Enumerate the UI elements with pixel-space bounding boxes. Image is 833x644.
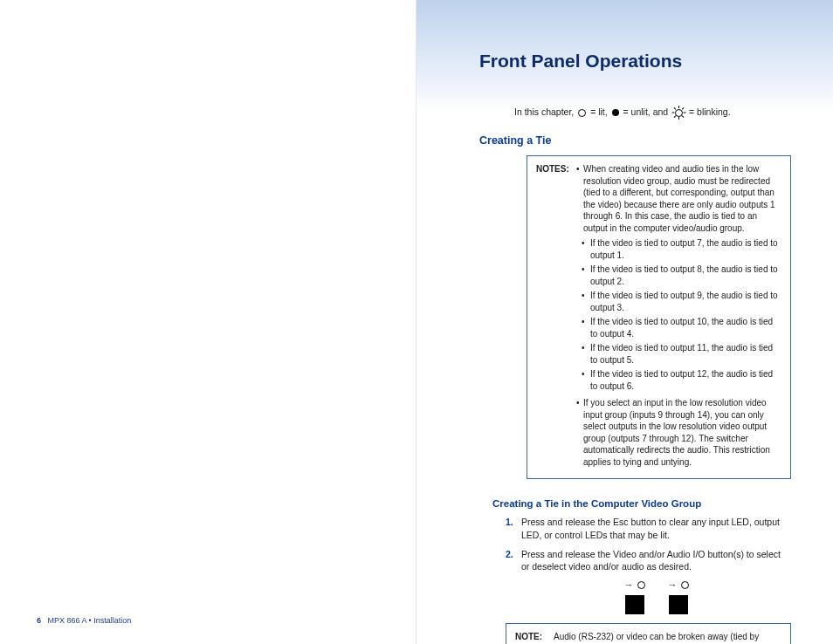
- list-item: If the video is tied to output 11, the a…: [582, 342, 781, 366]
- notes-label-1: NOTES:: [536, 163, 569, 175]
- video-button-group: →: [624, 579, 645, 614]
- lit-icon: [578, 109, 586, 117]
- video-button-icon: [625, 595, 644, 614]
- notes-body-2: Audio (RS-232) or video can be broken aw…: [554, 631, 781, 644]
- legend-line: In this chapter, = lit, = unlit, and = b…: [479, 106, 791, 119]
- notes-box-2: NOTE: Audio (RS-232) or video can be bro…: [506, 623, 791, 644]
- audio-button-icon: [669, 595, 688, 614]
- unlit-icon: [612, 109, 619, 116]
- left-blank-area: [37, 26, 379, 607]
- page-title: Front Panel Operations: [479, 51, 791, 72]
- arrow-right-icon: →: [624, 579, 634, 592]
- section-heading: Creating a Tie: [479, 134, 791, 147]
- blinking-icon: [672, 106, 685, 119]
- left-page-number: 6: [37, 616, 41, 625]
- step-item: Press and release the Video and/or Audio…: [506, 548, 791, 615]
- steps-list: Press and release the Esc button to clea…: [506, 516, 791, 614]
- led-icon: [637, 581, 645, 589]
- button-diagram: → →: [521, 579, 791, 614]
- legend-text-3: = unlit, and: [623, 106, 671, 117]
- left-footer-text: MPX 866 A • Installation: [48, 616, 132, 625]
- legend-text-1: In this chapter,: [514, 106, 576, 117]
- step-item: Press and release the Esc button to clea…: [506, 516, 791, 541]
- right-content: Front Panel Operations In this chapter, …: [453, 26, 796, 644]
- audio-led-row: →: [668, 579, 689, 592]
- right-page: Front Panel Operations In this chapter, …: [416, 0, 833, 644]
- left-page: 6 MPX 866 A • Installation: [0, 0, 416, 644]
- legend-text-4: = blinking.: [689, 106, 731, 117]
- list-item: If the video is tied to output 12, the a…: [582, 368, 781, 392]
- arrow-right-icon: →: [668, 579, 678, 592]
- notes1-outro: If you select an input in the low resolu…: [576, 397, 781, 468]
- notes-box-1: NOTES: When creating video and audio tie…: [527, 155, 791, 479]
- left-footer: 6 MPX 866 A • Installation: [37, 607, 379, 625]
- subsection-heading: Creating a Tie in the Computer Video Gro…: [492, 498, 791, 509]
- legend-text-2: = lit,: [590, 106, 609, 117]
- audio-button-group: →: [668, 579, 689, 614]
- notes-label-2: NOTE:: [515, 631, 542, 643]
- notes1-sublist: If the video is tied to output 7, the au…: [582, 237, 781, 392]
- notes1-intro: When creating video and audio ties in th…: [576, 163, 781, 234]
- list-item: If the video is tied to output 9, the au…: [582, 290, 781, 313]
- list-item: If the video is tied to output 7, the au…: [582, 237, 781, 261]
- list-item: If the video is tied to output 8, the au…: [582, 264, 781, 287]
- video-led-row: →: [624, 579, 645, 592]
- step-item-text: Press and release the Video and/or Audio…: [521, 549, 781, 572]
- notes-body-1: When creating video and audio ties in th…: [576, 163, 781, 468]
- list-item: If the video is tied to output 10, the a…: [582, 316, 781, 339]
- led-icon: [681, 581, 689, 589]
